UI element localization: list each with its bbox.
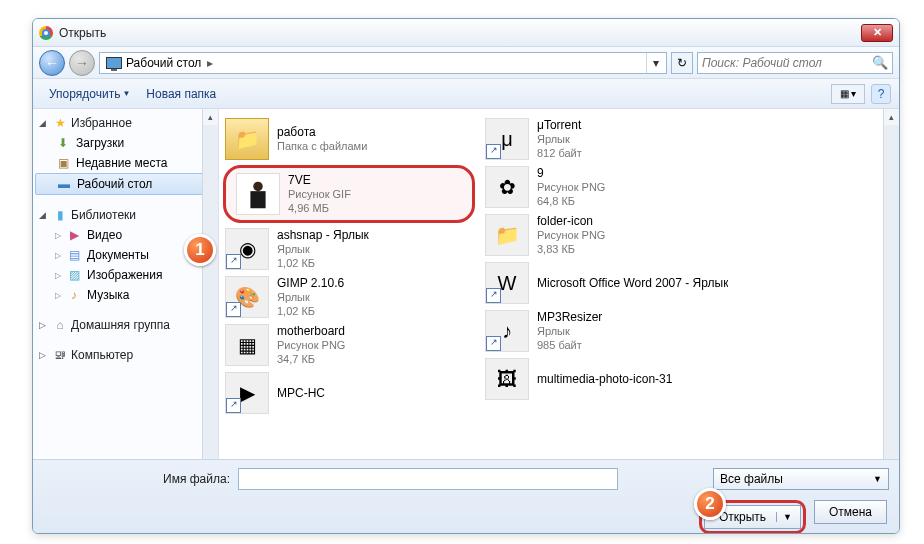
file-size: 4,96 МБ <box>288 201 351 215</box>
file-name: folder-icon <box>537 214 605 228</box>
libraries-header[interactable]: ◢▮Библиотеки <box>33 205 218 225</box>
file-size: 1,02 КБ <box>277 256 369 270</box>
filename-label: Имя файла: <box>163 472 230 486</box>
annotation-badge-1: 1 <box>184 234 216 266</box>
titlebar: Открыть ✕ <box>33 19 899 47</box>
back-button[interactable]: ← <box>39 50 65 76</box>
file-type: Рисунок GIF <box>288 187 351 201</box>
refresh-button[interactable]: ↻ <box>671 52 693 74</box>
file-size: 1,02 КБ <box>277 304 344 318</box>
sidebar-scrollbar[interactable]: ▴ <box>202 109 218 459</box>
sidebar-item-recent[interactable]: ▣Недавние места <box>33 153 218 173</box>
address-dropdown[interactable]: ▾ <box>646 53 664 73</box>
file-item[interactable]: 7VEРисунок GIF4,96 МБ <box>223 165 475 223</box>
open-dropdown[interactable]: ▼ <box>776 512 798 522</box>
address-bar[interactable]: Рабочий стол ▸ ▾ <box>99 52 667 74</box>
chevron-icon: ▸ <box>201 56 219 70</box>
file-icon: ✿ <box>485 166 529 208</box>
file-size: 64,8 КБ <box>537 194 605 208</box>
file-name: работа <box>277 125 367 139</box>
file-item[interactable]: 🎨GIMP 2.10.6Ярлык1,02 КБ <box>219 273 479 321</box>
file-name: MP3Resizer <box>537 310 602 324</box>
file-name: MPC-HC <box>277 386 325 400</box>
file-item[interactable]: ✿9Рисунок PNG64,8 КБ <box>479 163 739 211</box>
content-scrollbar[interactable]: ▴ <box>883 109 899 459</box>
file-type: Ярлык <box>537 132 582 146</box>
file-icon: 📁 <box>485 214 529 256</box>
location-text: Рабочий стол <box>126 56 201 70</box>
file-icon: W <box>485 262 529 304</box>
file-item[interactable]: 📁работаПапка с файлами <box>219 115 479 163</box>
view-button[interactable]: ▦ ▾ <box>831 84 865 104</box>
file-icon: ♪ <box>485 310 529 352</box>
search-input[interactable] <box>702 56 872 70</box>
svg-point-1 <box>253 182 263 192</box>
file-type: Рисунок PNG <box>537 228 605 242</box>
file-size: 985 байт <box>537 338 602 352</box>
file-type: Рисунок PNG <box>277 338 345 352</box>
svg-rect-2 <box>250 191 265 208</box>
sidebar-item-music[interactable]: ▷♪Музыка <box>33 285 218 305</box>
filetype-filter[interactable]: Все файлы▼ <box>713 468 889 490</box>
file-item[interactable]: ◉ashsnap - ЯрлыкЯрлык1,02 КБ <box>219 225 479 273</box>
file-type: Ярлык <box>277 290 344 304</box>
search-icon: 🔍 <box>872 55 888 70</box>
sidebar: ◢★Избранное ⬇Загрузки ▣Недавние места ▬Р… <box>33 109 219 459</box>
chrome-icon <box>39 26 53 40</box>
file-type: Папка с файлами <box>277 139 367 153</box>
favorites-header[interactable]: ◢★Избранное <box>33 113 218 133</box>
file-item[interactable]: 📁folder-iconРисунок PNG3,83 КБ <box>479 211 739 259</box>
file-icon: ◉ <box>225 228 269 270</box>
file-item[interactable]: ♪MP3ResizerЯрлык985 байт <box>479 307 739 355</box>
file-name: GIMP 2.10.6 <box>277 276 344 290</box>
file-item[interactable]: WMicrosoft Office Word 2007 - Ярлык <box>479 259 739 307</box>
file-name: motherboard <box>277 324 345 338</box>
file-name: 7VE <box>288 173 351 187</box>
file-name: ashsnap - Ярлык <box>277 228 369 242</box>
file-item[interactable]: ▦motherboardРисунок PNG34,7 КБ <box>219 321 479 369</box>
forward-button[interactable]: → <box>69 50 95 76</box>
filename-input[interactable] <box>238 468 618 490</box>
file-icon: 🖼 <box>485 358 529 400</box>
file-item[interactable]: 🖼multimedia-photo-icon-31 <box>479 355 739 403</box>
toolbar: Упорядочить ▼ Новая папка ▦ ▾ ? <box>33 79 899 109</box>
file-name: μTorrent <box>537 118 582 132</box>
file-name: 9 <box>537 166 605 180</box>
sidebar-item-downloads[interactable]: ⬇Загрузки <box>33 133 218 153</box>
file-item[interactable]: ▶MPC-HC <box>219 369 479 417</box>
file-name: multimedia-photo-icon-31 <box>537 372 672 386</box>
file-type: Ярлык <box>537 324 602 338</box>
desktop-icon <box>106 57 122 69</box>
gif-thumb-icon <box>236 173 280 215</box>
file-size: 812 байт <box>537 146 582 160</box>
file-list: 📁работаПапка с файлами7VEРисунок GIF4,96… <box>219 109 899 459</box>
organize-button[interactable]: Упорядочить ▼ <box>41 83 138 105</box>
file-icon: ▶ <box>225 372 269 414</box>
file-icon: ▦ <box>225 324 269 366</box>
file-icon: μ <box>485 118 529 160</box>
search-box[interactable]: 🔍 <box>697 52 893 74</box>
close-button[interactable]: ✕ <box>861 24 893 42</box>
sidebar-item-images[interactable]: ▷▨Изображения <box>33 265 218 285</box>
file-size: 34,7 КБ <box>277 352 345 366</box>
homegroup-header[interactable]: ▷⌂Домашняя группа <box>33 315 218 335</box>
footer: Имя файла: Все файлы▼ Открыть▼ Отмена <box>33 459 899 534</box>
file-type: Рисунок PNG <box>537 180 605 194</box>
open-dialog: Открыть ✕ ← → Рабочий стол ▸ ▾ ↻ 🔍 Упоря… <box>32 18 900 534</box>
computer-header[interactable]: ▷🖳Компьютер <box>33 345 218 365</box>
cancel-button[interactable]: Отмена <box>814 500 887 524</box>
annotation-badge-2: 2 <box>694 488 726 520</box>
sidebar-item-desktop[interactable]: ▬Рабочий стол <box>35 173 216 195</box>
file-icon: 🎨 <box>225 276 269 318</box>
file-type: Ярлык <box>277 242 369 256</box>
file-name: Microsoft Office Word 2007 - Ярлык <box>537 276 728 290</box>
window-title: Открыть <box>59 26 861 40</box>
folder-icon: 📁 <box>225 118 269 160</box>
file-size: 3,83 КБ <box>537 242 605 256</box>
help-button[interactable]: ? <box>871 84 891 104</box>
navbar: ← → Рабочий стол ▸ ▾ ↻ 🔍 <box>33 47 899 79</box>
new-folder-button[interactable]: Новая папка <box>138 83 224 105</box>
file-item[interactable]: μμTorrentЯрлык812 байт <box>479 115 739 163</box>
